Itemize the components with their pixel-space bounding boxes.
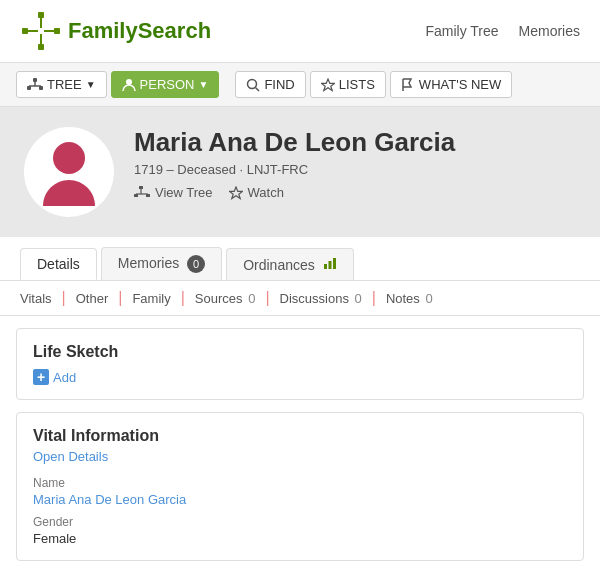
tree-button[interactable]: TREE ▼ <box>16 71 107 98</box>
search-icon <box>246 78 260 92</box>
avatar <box>24 127 114 217</box>
toolbar: TREE ▼ PERSON ▼ FIND LISTS WHAT'S NEW <box>0 63 600 107</box>
sub-tab-notes[interactable]: Notes 0 <box>376 291 443 306</box>
vital-info-card: Vital Information Open Details Name Mari… <box>16 412 584 561</box>
open-details-button[interactable]: Open Details <box>33 449 567 464</box>
sub-tabs: Vitals | Other | Family | Sources 0 | Di… <box>0 281 600 316</box>
avatar-silhouette <box>39 138 99 214</box>
watch-button[interactable]: Watch <box>229 185 284 200</box>
person-button-label: PERSON <box>140 77 195 92</box>
header-nav-memories[interactable]: Memories <box>519 23 580 39</box>
main-tabs: Details Memories 0 Ordinances <box>0 237 600 281</box>
svg-rect-0 <box>38 12 44 18</box>
svg-rect-2 <box>54 28 60 34</box>
watch-label: Watch <box>248 185 284 200</box>
profile-section: Maria Ana De Leon Garcia 1719 – Deceased… <box>0 107 600 237</box>
profile-actions: View Tree Watch <box>134 185 576 200</box>
star-icon <box>321 78 335 92</box>
life-sketch-card: Life Sketch + Add <box>16 328 584 400</box>
life-sketch-add-button[interactable]: + Add <box>33 369 76 385</box>
name-field-label: Name <box>33 476 567 490</box>
svg-point-17 <box>53 142 85 174</box>
profile-meta: 1719 – Deceased · LNJT-FRC <box>134 162 576 177</box>
svg-rect-18 <box>139 186 143 189</box>
svg-rect-3 <box>38 44 44 50</box>
sub-tab-discussions[interactable]: Discussions 0 <box>270 291 372 306</box>
person-toolbar-icon <box>122 78 136 92</box>
flag-icon <box>401 78 415 92</box>
name-field-value: Maria Ana De Leon Garcia <box>33 492 567 507</box>
svg-rect-8 <box>33 78 37 82</box>
find-button[interactable]: FIND <box>235 71 305 98</box>
svg-marker-16 <box>321 79 334 91</box>
svg-point-14 <box>248 79 257 88</box>
lists-button-label: LISTS <box>339 77 375 92</box>
svg-rect-1 <box>22 28 28 34</box>
view-tree-label: View Tree <box>155 185 213 200</box>
ordinances-chart-icon <box>323 257 337 273</box>
tree-button-label: TREE <box>47 77 82 92</box>
content: Life Sketch + Add Vital Information Open… <box>0 328 600 561</box>
plus-icon: + <box>33 369 49 385</box>
vital-info-title: Vital Information <box>33 427 567 445</box>
life-sketch-title: Life Sketch <box>33 343 567 361</box>
header: FamilySearch Family Tree Memories <box>0 0 600 63</box>
logo-text: FamilySearch <box>68 18 211 44</box>
svg-line-15 <box>256 87 260 91</box>
sub-tab-sources[interactable]: Sources 0 <box>185 291 266 306</box>
notes-count: 0 <box>425 291 432 306</box>
whats-new-button-label: WHAT'S NEW <box>419 77 501 92</box>
logo: FamilySearch <box>20 10 211 52</box>
profile-info: Maria Ana De Leon Garcia 1719 – Deceased… <box>134 127 576 200</box>
sub-tab-vitals[interactable]: Vitals <box>20 291 62 306</box>
whats-new-button[interactable]: WHAT'S NEW <box>390 71 512 98</box>
logo-icon <box>20 10 62 52</box>
header-nav: Family Tree Memories <box>425 23 580 39</box>
person-caret-icon: ▼ <box>198 79 208 90</box>
gender-field-label: Gender <box>33 515 567 529</box>
view-tree-icon <box>134 186 150 199</box>
svg-rect-24 <box>324 264 327 269</box>
svg-rect-26 <box>333 258 336 269</box>
sources-count: 0 <box>248 291 255 306</box>
lists-button[interactable]: LISTS <box>310 71 386 98</box>
watch-star-icon <box>229 186 243 200</box>
gender-field-value: Female <box>33 531 567 546</box>
person-button[interactable]: PERSON ▼ <box>111 71 220 98</box>
tab-memories[interactable]: Memories 0 <box>101 247 222 280</box>
svg-marker-23 <box>229 187 242 199</box>
svg-point-13 <box>126 79 132 85</box>
view-tree-button[interactable]: View Tree <box>134 185 213 200</box>
header-nav-family-tree[interactable]: Family Tree <box>425 23 498 39</box>
sub-tab-family[interactable]: Family <box>122 291 180 306</box>
life-sketch-add-label: Add <box>53 370 76 385</box>
tab-details[interactable]: Details <box>20 248 97 280</box>
tree-caret-icon: ▼ <box>86 79 96 90</box>
tree-toolbar-icon <box>27 78 43 92</box>
memories-badge: 0 <box>187 255 205 273</box>
svg-rect-25 <box>328 261 331 269</box>
discussions-count: 0 <box>355 291 362 306</box>
profile-name: Maria Ana De Leon Garcia <box>134 127 576 158</box>
tab-ordinances[interactable]: Ordinances <box>226 248 353 280</box>
find-button-label: FIND <box>264 77 294 92</box>
sub-tab-other[interactable]: Other <box>66 291 119 306</box>
